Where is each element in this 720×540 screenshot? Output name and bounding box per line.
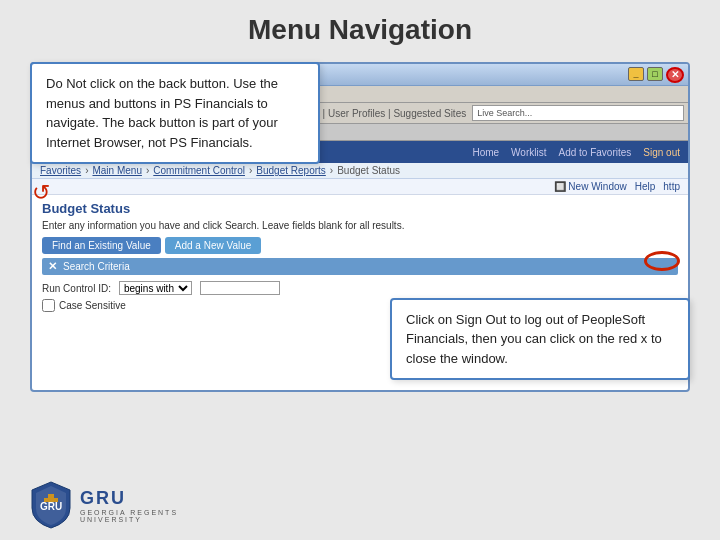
ps-new-window[interactable]: 🔲 New Window <box>554 181 627 192</box>
ps-form-label: Run Control ID: <box>42 283 111 294</box>
gru-shield-icon: GRU <box>30 480 72 530</box>
gru-line1: GEORGIA REGENTS <box>80 509 178 516</box>
address-url: Live Search... <box>477 108 532 118</box>
ps-sub-nav: 🔲 New Window Help http <box>32 179 688 195</box>
ps-case-sensitive-checkbox[interactable] <box>42 299 55 312</box>
address-bar[interactable]: Live Search... <box>472 105 684 121</box>
callout-top-box: Do Not click on the back button. Use the… <box>30 62 320 164</box>
bc-budget-reports[interactable]: Budget Reports <box>256 165 326 176</box>
bc-budget-status: Budget Status <box>337 165 400 176</box>
bc-sep4: › <box>330 165 333 176</box>
ps-nav-signout[interactable]: Sign out <box>643 147 680 158</box>
ps-case-sensitive-label: Case Sensitive <box>59 300 126 311</box>
ps-tabs: Find an Existing Value Add a New Value <box>42 237 678 254</box>
bc-sep2: › <box>146 165 149 176</box>
signout-circle-highlight <box>644 251 680 271</box>
page-title: Menu Navigation <box>0 0 720 56</box>
ps-search-criteria-label: Search Criteria <box>63 261 130 272</box>
callout-bottom-text: Click on Sign Out to log out of PeopleSo… <box>406 312 662 366</box>
ps-tab-add[interactable]: Add a New Value <box>165 237 262 254</box>
gru-text-block: GRU GEORGIA REGENTS UNIVERSITY <box>80 488 178 523</box>
ps-page-title: Budget Status <box>42 201 678 216</box>
ps-nav-worklist[interactable]: Worklist <box>511 147 546 158</box>
bc-main-menu[interactable]: Main Menu <box>92 165 141 176</box>
callout-bottom-box: Click on Sign Out to log out of PeopleSo… <box>390 298 690 381</box>
gru-logo: GRU GRU GEORGIA REGENTS UNIVERSITY <box>30 480 178 530</box>
ps-description: Enter any information you have and click… <box>42 220 678 231</box>
ps-tab-find[interactable]: Find an Existing Value <box>42 237 161 254</box>
ps-criteria-select[interactable]: begins with contains = <box>119 281 192 295</box>
bc-favorites[interactable]: Favorites <box>40 165 81 176</box>
svg-text:GRU: GRU <box>40 501 62 512</box>
bc-sep3: › <box>249 165 252 176</box>
ps-form-row: Run Control ID: begins with contains = <box>42 281 678 295</box>
bc-sep1: › <box>85 165 88 176</box>
ps-nav-links: Home Worklist Add to Favorites Sign out <box>472 147 680 158</box>
ps-http-link[interactable]: http <box>663 181 680 192</box>
ps-breadcrumb: Favorites › Main Menu › Commitment Contr… <box>32 163 688 179</box>
ps-nav-add-favorites[interactable]: Add to Favorites <box>558 147 631 158</box>
maximize-button[interactable]: □ <box>647 67 663 81</box>
ps-run-control-input[interactable] <box>200 281 280 295</box>
minimize-button[interactable]: _ <box>628 67 644 81</box>
search-criteria-close-icon[interactable]: ✕ <box>48 260 57 273</box>
callout-top-text: Do Not click on the back button. Use the… <box>46 76 278 150</box>
gru-acronym: GRU <box>80 488 178 509</box>
ps-search-bar: ✕ Search Criteria <box>42 258 678 275</box>
browser-titlebar-buttons: _ □ ✕ <box>628 67 684 83</box>
ps-help-link[interactable]: Help <box>635 181 656 192</box>
gru-line2: UNIVERSITY <box>80 516 178 523</box>
ps-nav-home[interactable]: Home <box>472 147 499 158</box>
close-window-button[interactable]: ✕ <box>666 67 684 83</box>
bc-commitment-control[interactable]: Commitment Control <box>153 165 245 176</box>
